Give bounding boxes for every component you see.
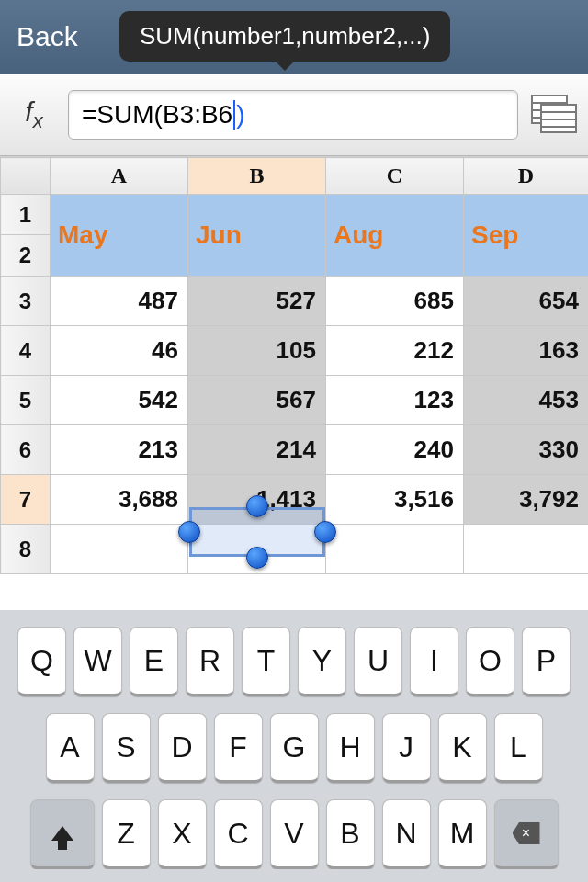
cell-D7[interactable]: 3,792 [464, 475, 589, 525]
backspace-icon: × [513, 822, 540, 844]
cell-A7[interactable]: 3,688 [51, 475, 188, 525]
cell-C5[interactable]: 123 [326, 376, 464, 425]
key-B[interactable]: B [326, 799, 375, 869]
data-row-6: 6 213 214 240 330 [1, 425, 589, 475]
row-header-5[interactable]: 5 [1, 376, 51, 425]
corner-cell[interactable] [1, 158, 51, 195]
key-backspace[interactable]: × [494, 799, 559, 869]
cell-A5[interactable]: 542 [51, 376, 188, 425]
cell-B7[interactable]: 1,413 [188, 475, 326, 525]
keyboard-row-3: Z X C V B N M × [0, 799, 588, 869]
col-header-A[interactable]: A [51, 158, 188, 195]
key-N[interactable]: N [382, 799, 431, 869]
data-row-3: 3 487 527 685 654 [1, 277, 589, 326]
cell-D5[interactable]: 453 [464, 376, 589, 425]
cell-A8[interactable] [51, 525, 188, 574]
key-V[interactable]: V [270, 799, 319, 869]
key-M[interactable]: M [438, 799, 487, 869]
key-shift[interactable] [30, 799, 95, 869]
fx-icon: fx [9, 96, 59, 133]
row-header-7[interactable]: 7 [1, 475, 51, 525]
key-D[interactable]: D [158, 713, 207, 783]
back-button[interactable]: Back [17, 21, 78, 52]
cell-B3[interactable]: 527 [188, 277, 326, 326]
keyboard-row-2: A S D F G H J K L [0, 713, 588, 783]
row-header-3[interactable]: 3 [1, 277, 51, 326]
key-P[interactable]: P [522, 627, 571, 696]
cell-month-D[interactable]: Sep [464, 195, 589, 277]
key-C[interactable]: C [214, 799, 263, 869]
cell-A6[interactable]: 213 [51, 425, 188, 475]
key-A[interactable]: A [46, 713, 95, 783]
col-header-C[interactable]: C [326, 158, 464, 195]
key-K[interactable]: K [438, 713, 487, 783]
header-row: 1 2 May Jun Aug Sep [1, 195, 589, 277]
sheets-button[interactable] [527, 95, 579, 135]
column-header-row: A B C D [1, 158, 589, 195]
row-header-4[interactable]: 4 [1, 326, 51, 376]
data-row-8: 8 [1, 525, 589, 574]
key-Y[interactable]: Y [298, 627, 346, 696]
keyboard-row-1: Q W E R T Y U I O P [0, 627, 588, 696]
cell-B4[interactable]: 105 [188, 326, 326, 376]
cell-month-A[interactable]: May [51, 195, 188, 277]
row-header-6[interactable]: 6 [1, 425, 51, 475]
cell-D8[interactable] [464, 525, 589, 574]
cell-C8[interactable] [326, 525, 464, 574]
key-X[interactable]: X [158, 799, 207, 869]
key-T[interactable]: T [242, 627, 290, 696]
cell-C4[interactable]: 212 [326, 326, 464, 376]
cell-B6[interactable]: 214 [188, 425, 326, 475]
formula-bar: fx =SUM(B3:B6) [0, 74, 588, 156]
shift-icon [51, 826, 74, 841]
cell-C7[interactable]: 3,516 [326, 475, 464, 525]
key-L[interactable]: L [494, 713, 543, 783]
key-O[interactable]: O [466, 627, 514, 696]
cell-D3[interactable]: 654 [464, 277, 589, 326]
key-R[interactable]: R [186, 627, 234, 696]
col-header-D[interactable]: D [464, 158, 589, 195]
function-tooltip: SUM(number1,number2,...) [119, 11, 450, 62]
row-header-8[interactable]: 8 [1, 525, 51, 574]
cell-A4[interactable]: 46 [51, 326, 188, 376]
cell-C6[interactable]: 240 [326, 425, 464, 475]
data-row-4: 4 46 105 212 163 [1, 326, 589, 376]
key-Z[interactable]: Z [102, 799, 151, 869]
cell-B8[interactable] [188, 525, 326, 574]
data-row-7: 7 3,688 1,413 3,516 3,792 [1, 475, 589, 525]
formula-input[interactable]: =SUM(B3:B6) [68, 90, 518, 140]
cell-A3[interactable]: 487 [51, 277, 188, 326]
spreadsheet-grid[interactable]: A B C D 1 2 May Jun Aug Sep 3 487 527 [0, 156, 588, 610]
cell-month-C[interactable]: Aug [326, 195, 464, 277]
key-Q[interactable]: Q [17, 627, 66, 696]
row-header-1-2[interactable]: 1 2 [1, 195, 51, 277]
key-F[interactable]: F [214, 713, 263, 783]
key-G[interactable]: G [270, 713, 319, 783]
key-U[interactable]: U [354, 627, 402, 696]
col-header-B[interactable]: B [188, 158, 326, 195]
key-E[interactable]: E [130, 627, 178, 696]
cell-B5[interactable]: 567 [188, 376, 326, 425]
key-W[interactable]: W [74, 627, 122, 696]
keyboard: Q W E R T Y U I O P A S D F G H J K L Z … [0, 610, 588, 882]
data-row-5: 5 542 567 123 453 [1, 376, 589, 425]
key-I[interactable]: I [410, 627, 458, 696]
cell-month-B[interactable]: Jun [188, 195, 326, 277]
cell-C3[interactable]: 685 [326, 277, 464, 326]
cell-D4[interactable]: 163 [464, 326, 589, 376]
key-H[interactable]: H [326, 713, 375, 783]
key-J[interactable]: J [382, 713, 431, 783]
key-S[interactable]: S [102, 713, 151, 783]
app-header: Back SUM(number1,number2,...) [0, 0, 588, 74]
cell-D6[interactable]: 330 [464, 425, 589, 475]
